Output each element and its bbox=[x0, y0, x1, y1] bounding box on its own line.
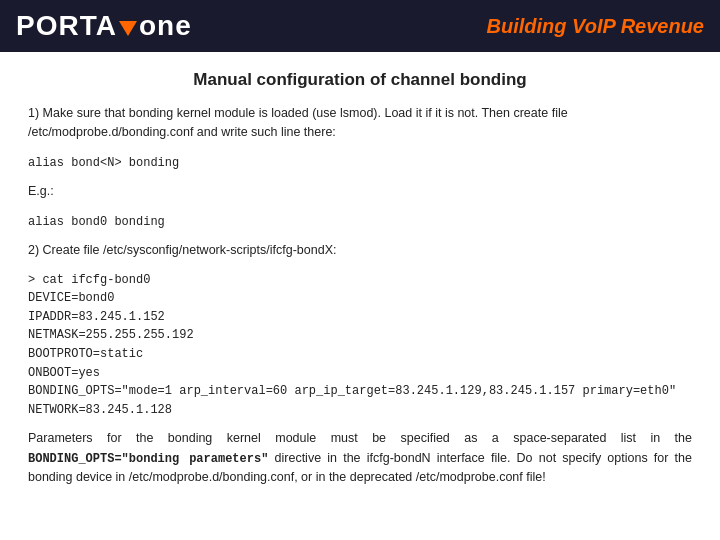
section2-line-7: NETWORK=83.245.1.128 bbox=[28, 401, 692, 420]
section2-line-5: ONBOOT=yes bbox=[28, 364, 692, 383]
section2-line-6: BONDING_OPTS="mode=1 arp_interval=60 arp… bbox=[28, 382, 692, 401]
section1-eg: E.g.: bbox=[28, 182, 692, 201]
section2-intro: 2) Create file /etc/sysconfig/network-sc… bbox=[28, 241, 692, 260]
body-text: 1) Make sure that bonding kernel module … bbox=[28, 104, 692, 488]
tagline: Building VoIP Revenue bbox=[487, 15, 704, 38]
section2: 2) Create file /etc/sysconfig/network-sc… bbox=[28, 241, 692, 419]
section1-alias-template: alias bond<N> bonding bbox=[28, 153, 692, 173]
section2-line-4: BOOTPROTO=static bbox=[28, 345, 692, 364]
section2-line-2: IPADDR=83.245.1.152 bbox=[28, 308, 692, 327]
header: PORTAone Building VoIP Revenue bbox=[0, 0, 720, 52]
section3-bold: BONDING_OPTS="bonding parameters" bbox=[28, 452, 268, 466]
logo: PORTAone bbox=[16, 10, 192, 42]
section2-line-0: > cat ifcfg-bond0 bbox=[28, 271, 692, 290]
section3-text-before: Parameters for the bonding kernel module… bbox=[28, 431, 692, 445]
section2-line-1: DEVICE=bond0 bbox=[28, 289, 692, 308]
section3: Parameters for the bonding kernel module… bbox=[28, 429, 692, 487]
logo-area: PORTAone bbox=[16, 10, 192, 42]
section1-intro: 1) Make sure that bonding kernel module … bbox=[28, 104, 692, 143]
section2-lines: > cat ifcfg-bond0 DEVICE=bond0 IPADDR=83… bbox=[28, 271, 692, 420]
section2-line-3: NETMASK=255.255.255.192 bbox=[28, 326, 692, 345]
section1-alias-example: alias bond0 bonding bbox=[28, 212, 692, 232]
page-title: Manual configuration of channel bonding bbox=[28, 70, 692, 90]
content: Manual configuration of channel bonding … bbox=[0, 52, 720, 540]
